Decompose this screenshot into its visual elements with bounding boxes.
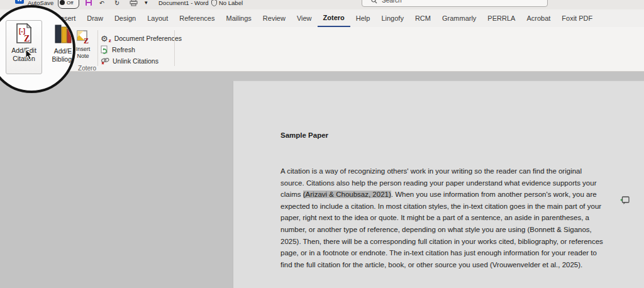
tab-help[interactable]: Help bbox=[350, 9, 376, 27]
add-edit-citation-icon: [-] Z bbox=[14, 23, 33, 45]
document-title: Document1 - Word bbox=[158, 0, 209, 9]
document-workspace: Sample Paper A citation is a way of reco… bbox=[0, 72, 644, 288]
mouse-cursor-icon bbox=[25, 49, 34, 60]
ribbon-separator bbox=[174, 30, 175, 66]
shield-icon bbox=[211, 0, 217, 6]
add-edit-bibliography-button[interactable]: Add/E Bibliogr bbox=[45, 21, 75, 73]
tab-design[interactable]: Design bbox=[109, 9, 142, 27]
comment-icon bbox=[619, 196, 630, 205]
gear-z-badge: z bbox=[109, 38, 111, 43]
insert-note-label-2: Note bbox=[77, 53, 89, 59]
tab-zotero[interactable]: Zotero bbox=[318, 9, 350, 27]
tab-review[interactable]: Review bbox=[257, 9, 291, 27]
word-logo-icon: W bbox=[15, 0, 24, 4]
tab-layout[interactable]: Layout bbox=[142, 9, 174, 27]
ribbon-tab-bar: File Insert Draw Design Layout Reference… bbox=[0, 9, 644, 27]
insert-note-label-1: Insert bbox=[76, 46, 91, 52]
tab-foxit-pdf[interactable]: Foxit PDF bbox=[556, 9, 598, 27]
add-edit-bibliography-label-2: Bibliogr bbox=[52, 55, 74, 63]
gear-icon: ⚙ bbox=[101, 35, 108, 43]
add-edit-citation-button[interactable]: [-] Z Add/Edit Citation bbox=[6, 20, 42, 74]
insert-note-icon: Z bbox=[76, 30, 90, 45]
redo-icon: ↻ bbox=[114, 0, 119, 6]
chevron-down-icon: ▾ bbox=[145, 0, 148, 6]
unlink-citations-label: Unlink Citations bbox=[113, 57, 158, 65]
tab-draw[interactable]: Draw bbox=[81, 9, 109, 27]
autosave-state: Off bbox=[67, 0, 74, 6]
sensitivity-label[interactable]: No Label bbox=[211, 0, 243, 9]
refresh-label: Refresh bbox=[112, 46, 135, 53]
redo-button[interactable]: ↻ bbox=[114, 0, 119, 9]
document-paragraph: A citation is a way of recognizing other… bbox=[280, 165, 604, 270]
add-edit-bibliography-label-1: Add/E bbox=[54, 47, 72, 55]
citation-field-highlighted[interactable]: (Arizavi & Choubsaz, 2021) bbox=[303, 191, 391, 198]
refresh-button[interactable]: Refresh bbox=[101, 45, 135, 55]
undo-button[interactable]: ↶ bbox=[99, 0, 104, 9]
save-icon bbox=[85, 0, 92, 6]
unlink-icon bbox=[101, 57, 109, 65]
save-button[interactable] bbox=[85, 0, 92, 9]
autosave-toggle[interactable]: Off bbox=[58, 0, 79, 9]
undo-icon: ↶ bbox=[99, 0, 104, 6]
tab-acrobat[interactable]: Acrobat bbox=[521, 9, 556, 27]
printer-icon bbox=[130, 0, 138, 6]
svg-text:Z: Z bbox=[84, 36, 89, 45]
document-preferences-button[interactable]: ⚙z Document Preferences bbox=[101, 33, 182, 43]
search-icon bbox=[371, 0, 377, 4]
tab-mailings[interactable]: Mailings bbox=[220, 9, 257, 27]
ribbon-zotero-group: Z Insert Note ⚙z Document Preferences Re… bbox=[0, 27, 644, 72]
tab-rcm[interactable]: RCM bbox=[409, 9, 436, 27]
comment-marker-button[interactable] bbox=[619, 196, 630, 208]
toggle-knob-icon bbox=[60, 0, 65, 5]
tab-grammarly[interactable]: Grammarly bbox=[436, 9, 482, 27]
refresh-icon bbox=[101, 45, 109, 54]
svg-text:Z: Z bbox=[24, 34, 30, 43]
tab-perrla[interactable]: PERRLA bbox=[482, 9, 521, 27]
ribbon-separator bbox=[97, 30, 98, 66]
tab-references[interactable]: References bbox=[174, 9, 220, 27]
paragraph-text-after: . When you use information from another … bbox=[280, 191, 603, 269]
document-heading: Sample Paper bbox=[280, 131, 328, 139]
document-page[interactable]: Sample Paper A citation is a way of reco… bbox=[233, 80, 644, 288]
sensitivity-label-text: No Label bbox=[219, 0, 243, 6]
tab-view[interactable]: View bbox=[291, 9, 318, 27]
tab-lingofy[interactable]: Lingofy bbox=[375, 9, 409, 27]
print-button[interactable] bbox=[130, 0, 138, 9]
qat-dropdown-button[interactable]: ▾ bbox=[145, 0, 148, 9]
title-bar: W AutoSave Off ↶ ↻ ▾ Document1 - Word No… bbox=[0, 0, 644, 9]
document-preferences-label: Document Preferences bbox=[114, 35, 182, 42]
search-placeholder: Search bbox=[382, 0, 402, 4]
search-input[interactable]: Search bbox=[362, 0, 548, 7]
